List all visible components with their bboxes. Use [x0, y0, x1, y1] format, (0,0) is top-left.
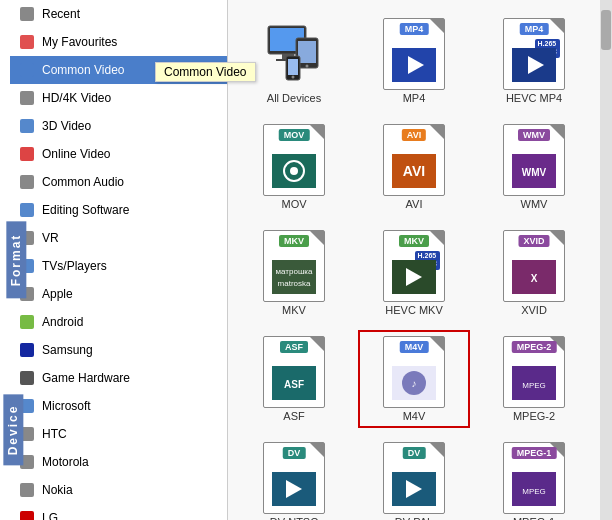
sidebar-item-hd-4k[interactable]: HD/4K Video: [10, 84, 227, 112]
format-icon-hevc-mp4: MP4 H.265HEVC: [498, 18, 570, 90]
svg-rect-12: [20, 343, 34, 357]
svg-text:матрошка: матрошка: [276, 267, 313, 276]
device-tab[interactable]: Device: [3, 395, 23, 466]
svg-point-26: [306, 65, 309, 68]
svg-rect-18: [20, 511, 34, 520]
svg-rect-6: [20, 175, 34, 189]
format-icon-dv-pal: DV: [378, 442, 450, 514]
svg-rect-1: [20, 35, 34, 49]
sidebar-icon-nokia: [18, 481, 36, 499]
sidebar-item-common-audio[interactable]: Common Audio: [10, 168, 227, 196]
sidebar-label-apple: Apple: [42, 287, 73, 301]
format-thumb-mpeg-2: MPEG: [512, 365, 556, 401]
svg-text:MPEG: MPEG: [522, 487, 546, 496]
sidebar-item-apple[interactable]: Apple: [10, 280, 227, 308]
format-thumb-avi: AVI: [392, 153, 436, 189]
format-icon-mkv: MKV матрошкаmatroska: [258, 230, 330, 302]
sidebar-label-my-favourites: My Favourites: [42, 35, 117, 49]
sidebar-icon-android: [18, 313, 36, 331]
format-item-all-devices[interactable]: All Devices: [238, 12, 350, 110]
sidebar-item-nokia[interactable]: Nokia: [10, 476, 227, 504]
sidebar-label-recent: Recent: [42, 7, 80, 21]
sidebar-item-3d-video[interactable]: 3D Video: [10, 112, 227, 140]
sidebar-item-my-favourites[interactable]: My Favourites: [10, 28, 227, 56]
format-label-mov: MOV: [281, 198, 306, 210]
svg-rect-25: [298, 41, 316, 63]
format-badge-mkv: MKV: [279, 235, 309, 247]
sidebar-label-android: Android: [42, 315, 83, 329]
all-devices-icon: [258, 18, 330, 90]
format-label-mpeg-2: MPEG-2: [513, 410, 555, 422]
sidebar-item-tv-players[interactable]: TVs/Players: [10, 252, 227, 280]
format-icon-mpeg-1: MPEG-1 MPEG: [498, 442, 570, 514]
sidebar-label-microsoft: Microsoft: [42, 399, 91, 413]
right-panel: All Devices MP4 MP4 MP4 H.265HEVC: [228, 0, 600, 520]
format-icon-xvid: XVID X: [498, 230, 570, 302]
sidebar-item-motorola[interactable]: Motorola: [10, 448, 227, 476]
sidebar-label-nokia: Nokia: [42, 483, 73, 497]
format-item-avi[interactable]: AVI AVI AVI: [358, 118, 470, 216]
format-item-mp4[interactable]: MP4 MP4: [358, 12, 470, 110]
format-thumb-hevc-mp4: [512, 47, 556, 83]
format-tab[interactable]: Format: [6, 222, 26, 299]
sidebar-item-samsung[interactable]: Samsung: [10, 336, 227, 364]
format-item-dv-ntsc[interactable]: DV DV-NTSC: [238, 436, 350, 520]
sidebar-item-htc[interactable]: HTC: [10, 420, 227, 448]
sidebar-icon-common-audio: [18, 173, 36, 191]
format-item-wmv[interactable]: WMV WMV WMV: [478, 118, 590, 216]
svg-rect-5: [20, 147, 34, 161]
format-item-mpeg-2[interactable]: MPEG-2 MPEG MPEG-2: [478, 330, 590, 428]
svg-rect-11: [20, 315, 34, 329]
sidebar-item-vr[interactable]: VR: [10, 224, 227, 252]
format-item-mpeg-1[interactable]: MPEG-1 MPEG MPEG-1: [478, 436, 590, 520]
sidebar-item-microsoft[interactable]: Microsoft: [10, 392, 227, 420]
format-label-wmv: WMV: [521, 198, 548, 210]
format-badge-hevc-mkv: MKV: [399, 235, 429, 247]
sidebar-label-hd-4k: HD/4K Video: [42, 91, 111, 105]
format-thumb-mpeg-1: MPEG: [512, 471, 556, 507]
right-scrollbar[interactable]: [600, 0, 612, 520]
format-label-all-devices: All Devices: [267, 92, 321, 104]
format-badge-m4v: M4V: [400, 341, 429, 353]
svg-point-29: [292, 76, 295, 79]
right-scroll-thumb[interactable]: [601, 10, 611, 50]
format-item-dv-pal[interactable]: DV DV-PAL: [358, 436, 470, 520]
format-item-hevc-mkv[interactable]: MKV H.265HEVC HEVC MKV: [358, 224, 470, 322]
svg-point-36: [290, 167, 298, 175]
format-item-mkv[interactable]: MKV матрошкаmatroska MKV: [238, 224, 350, 322]
sidebar-item-lg[interactable]: LG: [10, 504, 227, 520]
svg-rect-17: [20, 483, 34, 497]
sidebar-icon-samsung: [18, 341, 36, 359]
format-badge-avi: AVI: [402, 129, 426, 141]
sidebar-label-common-video: Common Video: [42, 63, 125, 77]
right-panel-wrapper: All Devices MP4 MP4 MP4 H.265HEVC: [228, 0, 612, 520]
sidebar-icon-common-video: [18, 61, 36, 79]
format-badge-asf: ASF: [280, 341, 308, 353]
format-badge-hevc-mp4: MP4: [520, 23, 549, 35]
format-grid: All Devices MP4 MP4 MP4 H.265HEVC: [228, 0, 600, 520]
sidebar-item-recent[interactable]: Recent: [10, 0, 227, 28]
format-label-hevc-mp4: HEVC MP4: [506, 92, 562, 104]
format-item-hevc-mp4[interactable]: MP4 H.265HEVC HEVC MP4: [478, 12, 590, 110]
sidebar-item-editing-software[interactable]: Editing Software: [10, 196, 227, 224]
format-badge-mpeg-2: MPEG-2: [512, 341, 557, 353]
format-thumb-mp4: [392, 47, 436, 83]
format-item-xvid[interactable]: XVID X XVID: [478, 224, 590, 322]
sidebar-label-game-hardware: Game Hardware: [42, 371, 130, 385]
format-badge-mpeg-1: MPEG-1: [512, 447, 557, 459]
sidebar-icon-online-video: [18, 145, 36, 163]
format-thumb-dv-ntsc: [272, 471, 316, 507]
format-badge-mov: MOV: [279, 129, 310, 141]
sidebar-item-android[interactable]: Android: [10, 308, 227, 336]
sidebar-item-online-video[interactable]: Online Video: [10, 140, 227, 168]
sidebar-label-common-audio: Common Audio: [42, 175, 124, 189]
format-item-m4v[interactable]: M4V ♪ M4V: [358, 330, 470, 428]
format-label-asf: ASF: [283, 410, 304, 422]
sidebar-icon-3d-video: [18, 117, 36, 135]
format-icon-mp4: MP4: [378, 18, 450, 90]
format-item-asf[interactable]: ASF ASF ASF: [238, 330, 350, 428]
sidebar-item-game-hardware[interactable]: Game Hardware: [10, 364, 227, 392]
format-label-mkv: MKV: [282, 304, 306, 316]
sidebar-icon-editing-software: [18, 201, 36, 219]
format-item-mov[interactable]: MOV MOV: [238, 118, 350, 216]
